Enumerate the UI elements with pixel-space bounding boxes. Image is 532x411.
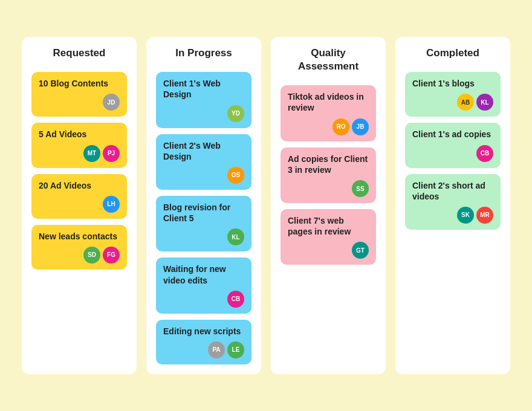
card-co-3[interactable]: Client 2's short ad videosSKMR	[405, 174, 501, 230]
card-text-req-3: 20 Ad Videos	[39, 180, 120, 191]
avatars-ip-4: CB	[163, 291, 244, 308]
column-header-completed: Completed	[405, 47, 501, 66]
card-qa-3[interactable]: Client 7's web pages in reviewGT	[281, 209, 376, 265]
avatars-qa-3: GT	[288, 242, 369, 259]
avatar: GT	[352, 242, 369, 259]
avatar: PJ	[103, 145, 120, 162]
avatars-req-4: SDFG	[39, 247, 120, 264]
avatar: CB	[476, 145, 493, 162]
card-text-req-1: 10 Blog Contents	[39, 78, 120, 89]
avatar: JD	[103, 94, 120, 111]
avatars-ip-1: YD	[163, 105, 244, 122]
card-text-co-3: Client 2's short ad videos	[412, 180, 493, 202]
card-text-co-1: Client 1's blogs	[412, 78, 493, 89]
card-ip-1[interactable]: Client 1's Web DesignYD	[156, 72, 251, 128]
column-quality-assessment: Quality AssessmentTiktok ad videos in re…	[271, 37, 386, 374]
card-ip-5[interactable]: Editing new scriptsPALE	[156, 320, 251, 364]
avatars-ip-5: PALE	[163, 341, 244, 358]
card-co-1[interactable]: Client 1's blogsABKL	[405, 72, 501, 117]
avatar: AB	[457, 94, 474, 111]
avatars-qa-2: SS	[288, 180, 369, 197]
avatar: SD	[83, 247, 100, 264]
avatar: FG	[103, 247, 120, 264]
column-header-in-progress: In Progress	[156, 47, 251, 66]
card-req-3[interactable]: 20 Ad VideosLH	[31, 174, 127, 219]
column-completed: CompletedClient 1's blogsABKLClient 1's …	[395, 37, 510, 374]
column-requested: Requested10 Blog ContentsJD5 Ad VideosMT…	[22, 37, 137, 374]
card-text-ip-5: Editing new scripts	[163, 326, 244, 337]
avatars-co-3: SKMR	[412, 207, 493, 224]
avatar: LH	[103, 196, 120, 213]
card-text-ip-3: Blog revision for Client 5	[163, 202, 244, 224]
avatars-req-3: LH	[39, 196, 120, 213]
card-text-ip-2: Client 2's Web Design	[163, 140, 244, 162]
card-ip-3[interactable]: Blog revision for Client 5KL	[156, 196, 251, 251]
card-req-2[interactable]: 5 Ad VideosMTPJ	[31, 123, 127, 167]
avatar: CB	[227, 291, 244, 308]
card-text-co-2: Client 1's ad copies	[412, 129, 493, 140]
column-header-quality-assessment: Quality Assessment	[281, 47, 376, 79]
card-text-req-4: New leads contacts	[39, 231, 120, 242]
card-text-ip-4: Waiting for new video edits	[163, 264, 244, 285]
avatar: JB	[352, 118, 369, 135]
avatars-co-2: CB	[412, 145, 493, 162]
card-ip-2[interactable]: Client 2's Web DesignOS	[156, 134, 251, 190]
avatar: MR	[476, 207, 493, 224]
column-in-progress: In ProgressClient 1's Web DesignYDClient…	[146, 37, 261, 374]
avatar: SS	[352, 180, 369, 197]
avatar: OS	[227, 167, 244, 184]
avatar: KL	[476, 94, 493, 111]
card-req-1[interactable]: 10 Blog ContentsJD	[31, 72, 127, 117]
card-qa-1[interactable]: Tiktok ad videos in reviewROJB	[281, 85, 376, 141]
avatar: YD	[227, 105, 244, 122]
kanban-board: Requested10 Blog ContentsJD5 Ad VideosMT…	[7, 22, 525, 389]
card-text-qa-1: Tiktok ad videos in review	[288, 91, 369, 113]
avatars-req-2: MTPJ	[39, 145, 120, 162]
avatars-co-1: ABKL	[412, 94, 493, 111]
avatar: MT	[83, 145, 100, 162]
card-text-qa-3: Client 7's web pages in review	[288, 215, 369, 237]
avatars-qa-1: ROJB	[288, 118, 369, 135]
card-req-4[interactable]: New leads contactsSDFG	[31, 225, 127, 270]
card-text-qa-2: Ad copies for Client 3 in review	[288, 154, 369, 175]
avatar: PA	[208, 341, 225, 358]
avatar: KL	[227, 228, 244, 245]
card-ip-4[interactable]: Waiting for new video editsCB	[156, 257, 251, 313]
avatar: SK	[457, 207, 474, 224]
card-qa-2[interactable]: Ad copies for Client 3 in reviewSS	[281, 147, 376, 203]
card-co-2[interactable]: Client 1's ad copiesCB	[405, 123, 501, 167]
avatar: RO	[332, 118, 349, 135]
avatars-ip-2: OS	[163, 167, 244, 184]
column-header-requested: Requested	[31, 47, 127, 66]
card-text-req-2: 5 Ad Videos	[39, 129, 120, 140]
card-text-ip-1: Client 1's Web Design	[163, 78, 244, 100]
avatar: LE	[227, 341, 244, 358]
avatars-req-1: JD	[39, 94, 120, 111]
avatars-ip-3: KL	[163, 228, 244, 245]
